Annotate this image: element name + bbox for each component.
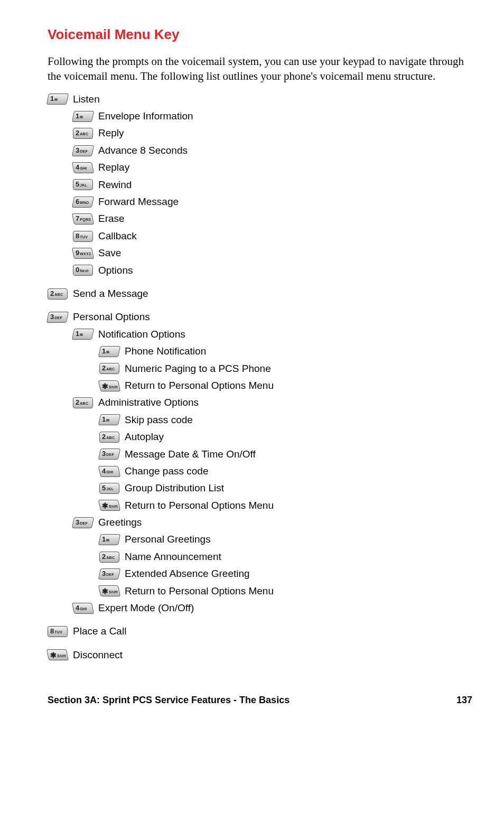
menu-row: 3DEFMessage Date & Time On/Off — [99, 446, 472, 462]
menu-row: 2ABCNumeric Paging to a PCS Phone — [99, 361, 472, 377]
keypad-key-icon: 2ABC — [73, 128, 93, 139]
keypad-key-icon: 2ABC — [99, 432, 119, 443]
footer-page-number: 137 — [456, 695, 472, 706]
menu-row: 4GHIReplay — [73, 160, 472, 175]
menu-item-label: Advance 8 Seconds — [98, 143, 188, 158]
menu-row: 3DEFPersonal Options — [48, 309, 472, 325]
menu-row: 5JKLGroup Distribution List — [99, 480, 472, 496]
menu-row: 6MNOForward Message — [73, 194, 472, 210]
menu-item-label: Return to Personal Options Menu — [125, 583, 274, 599]
menu-item-label: Envelope Information — [98, 108, 193, 124]
keypad-key-icon: ✱Shift — [46, 649, 69, 660]
menu-item-label: Return to Personal Options Menu — [125, 378, 274, 394]
menu-item-label: Personal Options — [73, 309, 150, 325]
menu-row: 1✉Personal Greetings — [99, 531, 472, 547]
menu-row: 1✉Notification Options — [73, 326, 472, 342]
menu-item-label: Change pass code — [125, 463, 208, 479]
menu-row: 0NextOptions — [73, 263, 472, 278]
menu-item-label: Personal Greetings — [125, 531, 211, 547]
menu-row: 2ABCName Announcement — [99, 549, 472, 565]
keypad-key-icon: 8TUV — [73, 231, 93, 242]
intro-text: Following the prompts on the voicemail s… — [48, 54, 472, 84]
menu-row: 1✉Listen — [48, 91, 472, 107]
keypad-key-icon: 0Next — [73, 265, 93, 276]
keypad-key-icon: 6MNO — [72, 197, 94, 208]
keypad-key-icon: 5JKL — [99, 483, 119, 494]
menu-item-label: Forward Message — [98, 194, 179, 210]
menu-row: 7PQRSErase — [73, 211, 472, 227]
menu-item-label: Autoplay — [125, 429, 164, 445]
keypad-key-icon: ✱Shift — [98, 380, 120, 391]
menu-item-label: Erase — [98, 211, 125, 227]
menu-item-label: Reply — [98, 125, 124, 141]
menu-item-label: Options — [98, 263, 133, 278]
menu-item-label: Send a Message — [73, 286, 148, 302]
menu-row: 3DEFExtended Absence Greeting — [99, 566, 472, 582]
keypad-key-icon: 3DEF — [72, 517, 94, 528]
keypad-key-icon: ✱Shift — [98, 500, 120, 511]
menu-item-label: Message Date & Time On/Off — [125, 446, 256, 462]
keypad-key-icon: 3DEF — [46, 312, 69, 323]
menu-row: 2ABCAdministrative Options — [73, 395, 472, 410]
keypad-key-icon: 1✉ — [98, 414, 120, 425]
menu-row: 5JKLRewind — [73, 177, 472, 193]
menu-item-label: Skip pass code — [125, 412, 193, 428]
menu-row: 1✉Envelope Information — [73, 108, 472, 124]
page-footer: Section 3A: Sprint PCS Service Features … — [48, 695, 472, 706]
menu-item-label: Numeric Paging to a PCS Phone — [125, 361, 271, 377]
menu-row: 2ABCReply — [73, 125, 472, 141]
keypad-key-icon: 3DEF — [98, 568, 120, 580]
menu-row: 9WXYZSave — [73, 245, 472, 261]
menu-item-label: Rewind — [98, 177, 132, 193]
keypad-key-icon: 1✉ — [46, 94, 69, 105]
menu-row: ✱ShiftDisconnect — [48, 647, 472, 663]
menu-row: 4GHIExpert Mode (On/Off) — [73, 600, 472, 616]
menu-item-label: Greetings — [98, 515, 142, 530]
keypad-key-icon: 1✉ — [98, 346, 120, 357]
keypad-key-icon: 9WXYZ — [72, 248, 94, 259]
menu-row: ✱ShiftReturn to Personal Options Menu — [99, 378, 472, 394]
keypad-key-icon: 2ABC — [99, 552, 119, 563]
menu-item-label: Listen — [73, 91, 100, 107]
keypad-key-icon: 2ABC — [99, 363, 119, 374]
menu-row: 8TUVPlace a Call — [48, 623, 472, 639]
menu-row: ✱ShiftReturn to Personal Options Menu — [99, 583, 472, 599]
menu-item-label: Return to Personal Options Menu — [125, 498, 274, 514]
menu-item-label: Expert Mode (On/Off) — [98, 600, 194, 616]
menu-item-label: Place a Call — [73, 623, 126, 639]
keypad-key-icon: 4GHI — [72, 603, 94, 614]
menu-item-label: Extended Absence Greeting — [125, 566, 250, 582]
keypad-key-icon: 3DEF — [72, 145, 94, 156]
keypad-key-icon: 1✉ — [72, 111, 94, 122]
menu-item-label: Save — [98, 245, 121, 261]
keypad-key-icon: 8TUV — [48, 626, 68, 637]
menu-row: 1✉Skip pass code — [99, 412, 472, 428]
menu-item-label: Group Distribution List — [125, 480, 224, 496]
menu-row: 4GHIChange pass code — [99, 463, 472, 479]
menu-item-label: Notification Options — [98, 326, 185, 342]
menu-row: 3DEFAdvance 8 Seconds — [73, 143, 472, 158]
keypad-key-icon: 2ABC — [48, 288, 68, 300]
menu-item-label: Phone Notification — [125, 343, 206, 359]
keypad-key-icon: 5JKL — [73, 179, 93, 190]
menu-row: 8TUVCallback — [73, 228, 472, 244]
menu-row: 3DEFGreetings — [73, 515, 472, 530]
menu-row: 2ABCSend a Message — [48, 286, 472, 302]
menu-item-label: Name Announcement — [125, 549, 221, 565]
keypad-key-icon: 3DEF — [98, 449, 120, 460]
menu-row: 2ABCAutoplay — [99, 429, 472, 445]
menu-item-label: Administrative Options — [98, 395, 199, 410]
menu-item-label: Replay — [98, 160, 129, 175]
menu-item-label: Callback — [98, 228, 137, 244]
keypad-key-icon: 1✉ — [98, 534, 120, 545]
keypad-key-icon: ✱Shift — [98, 585, 120, 596]
keypad-key-icon: 4GHI — [98, 466, 120, 477]
menu-row: ✱ShiftReturn to Personal Options Menu — [99, 498, 472, 514]
voicemail-menu-tree: 1✉Listen1✉Envelope Information2ABCReply3… — [48, 91, 472, 664]
keypad-key-icon: 7PQRS — [72, 213, 94, 225]
menu-item-label: Disconnect — [73, 647, 123, 663]
keypad-key-icon: 1✉ — [72, 329, 94, 340]
page-title: Voicemail Menu Key — [48, 26, 472, 43]
keypad-key-icon: 4GHI — [72, 162, 94, 173]
menu-row: 1✉Phone Notification — [99, 343, 472, 359]
